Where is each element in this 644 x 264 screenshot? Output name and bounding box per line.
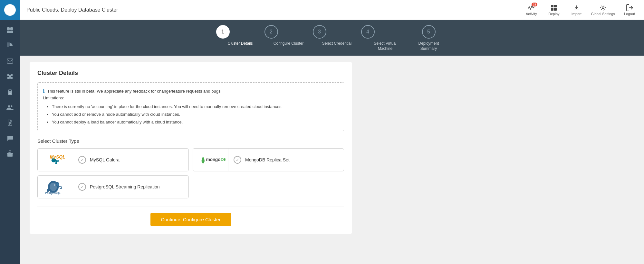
sidebar-item-chart[interactable] [2, 39, 18, 53]
svg-rect-3 [7, 31, 10, 33]
wizard-step-4: 4 Select Virtual Machine [361, 25, 409, 51]
mysql-galera-label: MySQL Galera [90, 157, 120, 162]
svg-rect-16 [551, 5, 553, 7]
topbar: Public Clouds: Deploy Database Cluster 2… [20, 0, 644, 20]
beta-notice-item-3: You cannot deploy a load balancer automa… [52, 119, 339, 126]
sidebar [0, 0, 20, 264]
svg-rect-4 [10, 31, 13, 33]
svg-point-29 [54, 185, 55, 186]
sidebar-item-gift[interactable] [2, 147, 18, 161]
wizard-step-2: 2 Configure Cluster [264, 25, 313, 46]
logout-icon [626, 4, 633, 11]
svg-text:PostgreSQL: PostgreSQL [45, 192, 60, 195]
beta-notice-heading: This feature is still in beta! We apprec… [47, 89, 222, 94]
svg-point-8 [8, 105, 10, 108]
logout-button[interactable]: Logout [621, 4, 638, 16]
step-circle-2: 2 [264, 25, 278, 39]
step-line-4 [376, 32, 408, 32]
top-actions: 21 Activity Deploy [523, 4, 638, 16]
cluster-option-mysql-galera[interactable]: MySQL ✓ MySQL Galera [37, 148, 189, 171]
svg-point-31 [56, 183, 58, 186]
deploy-button[interactable]: Deploy [546, 4, 562, 16]
svg-rect-1 [7, 27, 10, 30]
step-line-2 [279, 32, 312, 32]
mysql-galera-content: ✓ MySQL Galera [73, 156, 188, 164]
beta-notice: ℹ This feature is still in beta! We appr… [37, 82, 344, 131]
mysql-logo: MySQL [38, 149, 73, 171]
step-circle-5: 5 [422, 25, 436, 39]
deploy-icon [550, 4, 557, 11]
beta-notice-list: There is currently no 'accounting' in pl… [52, 104, 339, 125]
svg-point-7 [10, 93, 11, 94]
deploy-label: Deploy [548, 12, 559, 16]
svg-rect-17 [554, 5, 557, 7]
page-title: Public Clouds: Deploy Database Cluster [26, 7, 118, 13]
sidebar-item-document[interactable] [2, 116, 18, 130]
cluster-option-postgresql[interactable]: PostgreSQL ✓ PostgreSQL Streaming Replic… [37, 175, 189, 198]
step-label-2: Configure Cluster [274, 41, 303, 46]
continue-row: Continue: Configure Cluster [37, 206, 344, 226]
step-label-1: Cluster Details [227, 41, 253, 46]
sidebar-item-mail[interactable] [2, 54, 18, 68]
beta-notice-item-2: You cannot add or remove a node automati… [52, 111, 339, 118]
gear-icon [600, 4, 607, 11]
beta-notice-sub-label: Limitations: [43, 96, 64, 100]
svg-point-0 [9, 9, 11, 11]
step-circle-4: 4 [361, 25, 375, 39]
main-content: Public Clouds: Deploy Database Cluster 2… [20, 0, 644, 264]
sidebar-item-users[interactable] [2, 100, 18, 114]
wizard-step-5: 5 Deployment Summary [409, 25, 448, 51]
app-logo [4, 4, 16, 16]
section-title: Cluster Details [37, 70, 344, 77]
sidebar-item-chat[interactable] [2, 131, 18, 145]
svg-point-9 [11, 105, 13, 107]
mongodb-label: MongoDB Replica Set [245, 157, 290, 162]
logout-label: Logout [624, 12, 635, 16]
mongodb-content: ✓ MongoDB Replica Set [228, 156, 344, 164]
content-area: Cluster Details ℹ This feature is still … [20, 56, 644, 264]
mongodb-logo: mongo DB [193, 149, 228, 171]
beta-notice-item-1: There is currently no 'accounting' in pl… [52, 104, 339, 110]
svg-text:mongo: mongo [206, 157, 221, 162]
sidebar-nav [0, 20, 20, 161]
postgresql-logo: PostgreSQL [38, 176, 73, 198]
activity-button[interactable]: 21 Activity [523, 4, 539, 16]
svg-rect-2 [10, 27, 13, 30]
svg-rect-18 [551, 8, 553, 11]
postgresql-row: PostgreSQL ✓ PostgreSQL Streaming Replic… [37, 175, 344, 198]
step-line-3 [328, 32, 360, 32]
global-settings-button[interactable]: Global Settings [591, 4, 615, 16]
step-label-5: Deployment Summary [418, 41, 439, 51]
mysql-galera-check: ✓ [78, 156, 86, 164]
step-circle-1: 1 [216, 25, 230, 39]
sidebar-item-dashboard[interactable] [2, 23, 18, 37]
global-settings-label: Global Settings [591, 12, 615, 16]
continue-button[interactable]: Continue: Configure Cluster [150, 213, 231, 226]
wizard-step-3: 3 Select Credential [313, 25, 361, 46]
wizard-step-1: 1 Cluster Details [216, 25, 264, 46]
step-label-3: Select Credential [322, 41, 351, 46]
postgresql-check: ✓ [78, 183, 86, 191]
cluster-option-mongodb[interactable]: mongo DB ✓ MongoDB Replica Set [193, 148, 344, 171]
info-icon: ℹ [43, 88, 45, 94]
sidebar-item-lock[interactable] [2, 85, 18, 99]
import-label: Import [572, 12, 582, 16]
activity-label: Activity [526, 12, 537, 16]
sidebar-item-puzzle[interactable] [2, 69, 18, 84]
cluster-type-label: Select Cluster Type [37, 138, 344, 144]
logo-area[interactable] [0, 0, 20, 20]
empty-cell [193, 175, 344, 198]
main-card: Cluster Details ℹ This feature is still … [30, 62, 352, 234]
svg-text:MySQL: MySQL [50, 154, 65, 159]
svg-rect-5 [7, 59, 13, 63]
wizard-steps: 1 Cluster Details 2 Configure Cluster [216, 25, 448, 51]
step-circle-3: 3 [313, 25, 326, 39]
import-icon [573, 4, 580, 11]
postgresql-content: ✓ PostgreSQL Streaming Replication [73, 183, 188, 191]
activity-icon-area: 21 [528, 4, 535, 11]
step-label-4: Select Virtual Machine [374, 41, 396, 51]
step-line-1 [231, 32, 263, 32]
postgresql-label: PostgreSQL Streaming Replication [90, 184, 160, 189]
svg-rect-19 [554, 8, 557, 11]
import-button[interactable]: Import [568, 4, 584, 16]
